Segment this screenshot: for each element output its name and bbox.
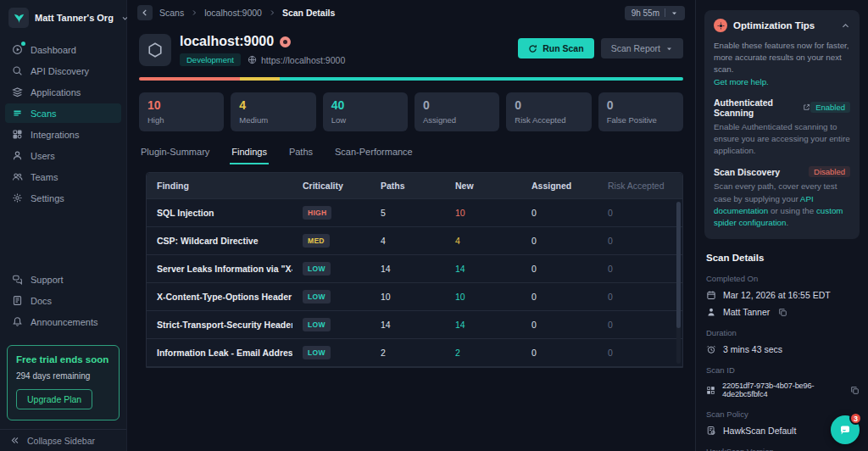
finding-name-link[interactable]: Strict-Transport-Security Header Not ... bbox=[147, 320, 292, 330]
org-switcher[interactable]: Matt Tanner's Org bbox=[0, 0, 126, 35]
paths-count: 4 bbox=[370, 236, 445, 246]
sidebar-item-dashboard[interactable]: Dashboard bbox=[5, 40, 121, 59]
chevron-up-icon[interactable] bbox=[841, 21, 850, 31]
scan-discovery-desc-text: or using the bbox=[768, 206, 816, 215]
tab[interactable]: Findings bbox=[230, 143, 269, 164]
stat-card[interactable]: 10 High bbox=[139, 92, 224, 131]
scan-report-button[interactable]: Scan Report bbox=[601, 38, 683, 58]
finding-name-link[interactable]: Server Leaks Information via "X-Powe... bbox=[147, 264, 292, 274]
stat-card[interactable]: 4 Medium bbox=[231, 92, 315, 131]
sidebar-item-users[interactable]: Users bbox=[5, 146, 121, 165]
table-row[interactable]: Server Leaks Information via "X-Powe... … bbox=[147, 255, 682, 283]
status-badge-enabled: Enabled bbox=[810, 102, 850, 113]
column-header-criticality[interactable]: Criticality bbox=[292, 181, 370, 191]
sidebar-item-docs[interactable]: Docs bbox=[5, 291, 121, 310]
breadcrumb-scans[interactable]: Scans bbox=[159, 8, 184, 18]
tab[interactable]: Plugin-Summary bbox=[139, 143, 211, 164]
tab[interactable]: Paths bbox=[287, 143, 314, 164]
sidebar-item-label: Applications bbox=[31, 87, 81, 97]
stat-label: Assigned bbox=[423, 115, 491, 125]
dashboard-icon bbox=[12, 44, 23, 55]
collapse-chevrons-icon bbox=[10, 436, 19, 445]
stat-value: 0 bbox=[423, 98, 491, 112]
stat-card[interactable]: 0 Assigned bbox=[415, 92, 499, 131]
run-scan-button[interactable]: Run Scan bbox=[518, 38, 593, 58]
scan-timer-dropdown[interactable]: 9h 55m bbox=[625, 6, 685, 20]
assigned-count: 0 bbox=[521, 264, 598, 274]
paths-count: 14 bbox=[370, 264, 445, 274]
tabs: Plugin-SummaryFindingsPathsScan-Performa… bbox=[139, 143, 683, 164]
scan-id-value: 22051df7-973b-4b07-be96-4de2bc5fbfc4 bbox=[722, 381, 842, 398]
support-chat-icon bbox=[12, 274, 23, 285]
assigned-count: 0 bbox=[521, 348, 598, 358]
paths-count: 14 bbox=[370, 320, 445, 330]
column-header-assigned[interactable]: Assigned bbox=[521, 181, 598, 191]
external-link-icon[interactable] bbox=[803, 103, 810, 111]
stat-card[interactable]: 0 Risk Accepted bbox=[506, 92, 591, 131]
table-row[interactable]: SQL Injection HIGH 5 10 0 0 bbox=[147, 199, 682, 227]
sidebar-item-announcements[interactable]: Announcements bbox=[5, 312, 121, 331]
severity-segment bbox=[280, 77, 683, 81]
table-row[interactable]: X-Content-Type-Options Header Miss... LO… bbox=[147, 283, 682, 311]
status-badge-disabled: Disabled bbox=[809, 166, 850, 177]
criticality-badge: LOW bbox=[303, 262, 331, 276]
stat-card[interactable]: 0 False Positive bbox=[598, 92, 683, 131]
finding-name-link[interactable]: SQL Injection bbox=[147, 208, 292, 218]
table-row[interactable]: Strict-Transport-Security Header Not ...… bbox=[147, 311, 682, 339]
sidebar-item-applications[interactable]: Applications bbox=[5, 82, 121, 102]
scan-timer-value: 9h 55m bbox=[632, 8, 659, 18]
trial-title: Free trial ends soon bbox=[16, 354, 110, 365]
sidebar-footer-nav: Support Docs Announcements bbox=[0, 264, 126, 338]
stat-card[interactable]: 40 Low bbox=[323, 92, 408, 131]
alert-badge-icon[interactable] bbox=[280, 36, 291, 47]
finding-name-link[interactable]: CSP: Wildcard Directive bbox=[147, 236, 292, 246]
notification-dot bbox=[21, 42, 25, 46]
caret-down-icon bbox=[665, 45, 673, 53]
sidebar-item-teams[interactable]: Teams bbox=[5, 167, 121, 187]
column-header-paths[interactable]: Paths bbox=[370, 181, 445, 191]
chat-widget-button[interactable]: 3 bbox=[831, 415, 860, 444]
severity-segment bbox=[240, 77, 281, 81]
table-row[interactable]: Information Leak - Email Address LOW 2 2… bbox=[147, 339, 682, 367]
duration-label: Duration bbox=[706, 328, 860, 337]
tab[interactable]: Scan-Performance bbox=[333, 143, 415, 164]
completed-on-value: Mar 12, 2026 at 16:55 EDT bbox=[723, 290, 831, 300]
column-header-new[interactable]: New bbox=[445, 181, 521, 191]
copy-icon[interactable] bbox=[778, 308, 787, 317]
column-header-risk-accepted[interactable]: Risk Accepted bbox=[598, 181, 682, 191]
sidebar-item-label: Settings bbox=[31, 193, 64, 203]
sidebar-item-api-discovery[interactable]: API Discovery bbox=[5, 61, 121, 81]
column-header-finding[interactable]: Finding bbox=[147, 181, 292, 191]
finding-name-link[interactable]: X-Content-Type-Options Header Miss... bbox=[147, 292, 292, 302]
new-count: 2 bbox=[455, 348, 460, 358]
sidebar-item-integrations[interactable]: Integrations bbox=[5, 125, 121, 144]
paths-count: 5 bbox=[370, 208, 445, 218]
get-more-help-link[interactable]: Get more help. bbox=[714, 77, 769, 86]
table-scrollbar-thumb[interactable] bbox=[676, 202, 681, 328]
policy-document-icon bbox=[706, 426, 716, 436]
sidebar-item-scans[interactable]: Scans bbox=[5, 103, 121, 123]
collapse-sidebar-button[interactable]: Collapse Sidebar bbox=[0, 429, 126, 451]
chat-notification-badge: 3 bbox=[849, 412, 862, 425]
back-button[interactable] bbox=[137, 5, 153, 20]
paths-count: 10 bbox=[370, 292, 445, 302]
sidebar-item-settings[interactable]: Settings bbox=[5, 188, 121, 208]
stat-value: 0 bbox=[607, 98, 675, 112]
stat-value: 4 bbox=[239, 98, 307, 112]
application-hexagon-icon bbox=[139, 34, 171, 66]
assigned-count: 0 bbox=[521, 292, 598, 302]
optimization-tips-title: Optimization Tips bbox=[733, 20, 835, 31]
copy-icon[interactable] bbox=[850, 386, 860, 395]
sidebar-item-label: Users bbox=[31, 151, 55, 161]
finding-name-link[interactable]: Information Leak - Email Address bbox=[147, 348, 292, 358]
breadcrumb-app[interactable]: localhost:9000 bbox=[204, 8, 262, 18]
sidebar-item-support[interactable]: Support bbox=[5, 270, 121, 289]
app-url-link[interactable]: https://localhost:9000 bbox=[248, 55, 345, 65]
upgrade-plan-button[interactable]: Upgrade Plan bbox=[16, 389, 92, 409]
assigned-count: 0 bbox=[521, 320, 598, 330]
sidebar: Matt Tanner's Org Dashboard API Discover… bbox=[0, 0, 127, 451]
breadcrumb-current: Scan Details bbox=[282, 8, 335, 18]
table-row[interactable]: CSP: Wildcard Directive MED 4 4 0 0 bbox=[147, 227, 682, 255]
person-icon bbox=[706, 307, 716, 317]
table-scrollbar bbox=[676, 202, 681, 364]
